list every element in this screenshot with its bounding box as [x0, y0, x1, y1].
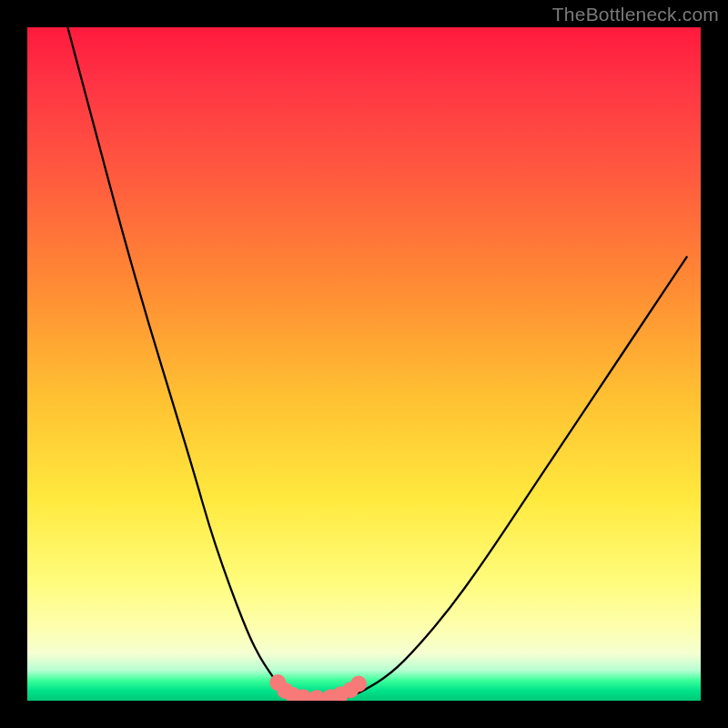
valley-markers: [269, 674, 367, 701]
right-curve: [348, 257, 688, 698]
chart-svg: [27, 27, 701, 701]
plot-area: [27, 27, 701, 701]
frame: TheBottleneck.com: [0, 0, 728, 728]
left-curve: [67, 27, 291, 697]
attribution-text: TheBottleneck.com: [552, 4, 719, 25]
valley-marker: [350, 676, 367, 693]
